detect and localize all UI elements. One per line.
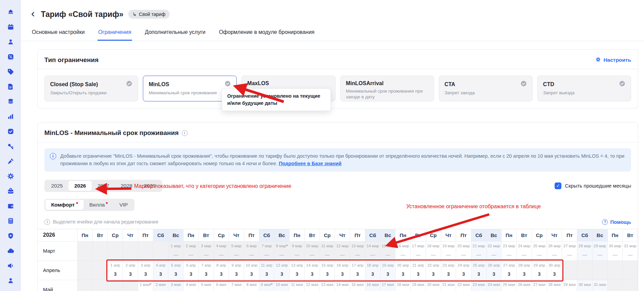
day-cell[interactable]: 19 мая— bbox=[411, 280, 426, 291]
year-tab-2025[interactable]: 2025 bbox=[45, 181, 68, 191]
day-cell[interactable]: 26 апр3 bbox=[487, 261, 502, 280]
day-cell[interactable]: 2 апр3 bbox=[123, 261, 138, 280]
day-cell[interactable]: 27 мар— bbox=[562, 241, 577, 261]
day-cell[interactable]: 31 мая— bbox=[593, 280, 608, 291]
knowledge-base-link[interactable]: Подробнее в Базе знаний bbox=[279, 161, 341, 166]
day-cell[interactable]: 24 мар— bbox=[517, 241, 532, 261]
day-cell[interactable]: 6 мая— bbox=[214, 280, 229, 291]
day-cell[interactable]: 19 мар— bbox=[441, 241, 456, 261]
day-cell[interactable]: 20 мар— bbox=[456, 241, 471, 261]
day-cell[interactable]: 10 мая— bbox=[274, 280, 289, 291]
shield-star-icon[interactable] bbox=[7, 232, 15, 240]
day-cell[interactable]: 26 мар— bbox=[547, 241, 562, 261]
day-cell[interactable]: 8 мая— bbox=[244, 280, 259, 291]
percent-icon[interactable] bbox=[7, 53, 15, 61]
tab-main-settings[interactable]: Основные настройки bbox=[31, 26, 85, 41]
day-cell[interactable]: 14 апр3 bbox=[305, 261, 320, 280]
user-icon[interactable] bbox=[7, 38, 15, 46]
day-cell[interactable]: 15 мая— bbox=[350, 280, 365, 291]
cloud-icon[interactable] bbox=[7, 247, 15, 255]
day-cell[interactable]: 25 мая— bbox=[501, 280, 517, 291]
day-cell[interactable]: 13 апр3 bbox=[289, 261, 305, 280]
day-cell[interactable]: 7 мая— bbox=[229, 280, 244, 291]
day-cell[interactable]: 28 мар— bbox=[577, 241, 593, 261]
broom-icon[interactable] bbox=[7, 157, 15, 165]
day-cell[interactable]: 17 апр3 bbox=[350, 261, 365, 280]
restriction-card-minlosarrival[interactable]: MinLOSArrivalМинимальный срок проживания… bbox=[340, 76, 434, 101]
day-cell[interactable]: 29 мая— bbox=[562, 280, 577, 291]
day-cell[interactable]: 4 мая— bbox=[184, 280, 199, 291]
day-cell[interactable]: 16 мая— bbox=[365, 280, 381, 291]
day-cell[interactable]: 6 апр3 bbox=[184, 261, 199, 280]
day-cell[interactable]: 25 мар— bbox=[532, 241, 547, 261]
day-cell[interactable]: 2 мая— bbox=[153, 280, 169, 291]
day-cell[interactable]: 30 мая— bbox=[577, 280, 593, 291]
profile-icon[interactable] bbox=[7, 277, 15, 285]
day-cell[interactable]: 19 апр3 bbox=[381, 261, 396, 280]
day-cell[interactable]: 12 апр3 bbox=[274, 261, 289, 280]
day-cell[interactable]: 17 мая— bbox=[381, 280, 396, 291]
info-icon[interactable]: i bbox=[182, 130, 188, 136]
day-cell[interactable]: 15 мар— bbox=[381, 241, 396, 261]
day-cell[interactable]: 21 апр3 bbox=[411, 261, 426, 280]
back-button[interactable]: ‹ bbox=[31, 8, 36, 20]
day-cell[interactable]: 13 мар— bbox=[350, 241, 365, 261]
day-cell[interactable]: 30 апр3 bbox=[547, 261, 562, 280]
briefcase-icon[interactable] bbox=[7, 187, 15, 195]
day-cell[interactable]: 20 мая— bbox=[426, 280, 441, 291]
day-cell[interactable]: 9 мая*— bbox=[259, 280, 275, 291]
day-cell[interactable]: 26 мая— bbox=[517, 280, 532, 291]
day-cell[interactable]: 11 апр3 bbox=[259, 261, 275, 280]
restriction-card-cta[interactable]: CTAЗапрет заезда bbox=[439, 76, 533, 101]
day-cell[interactable]: 23 мая— bbox=[471, 280, 487, 291]
day-cell[interactable]: 22 мар— bbox=[487, 241, 502, 261]
tag-icon[interactable] bbox=[7, 68, 15, 76]
day-cell[interactable]: 11 мая— bbox=[289, 280, 305, 291]
help-link[interactable]: ? Помощь bbox=[602, 219, 631, 225]
day-cell[interactable]: 27 мая— bbox=[532, 280, 547, 291]
day-cell[interactable]: 22 апр3 bbox=[426, 261, 441, 280]
day-cell[interactable]: 4 мар— bbox=[214, 241, 229, 261]
day-cell[interactable]: 9 мар— bbox=[289, 241, 305, 261]
restriction-card-closed-stop-sale-[interactable]: Closed (Stop Sale)Закрыть/Открыть продаж… bbox=[44, 76, 138, 101]
day-cell[interactable]: 12 мар— bbox=[335, 241, 350, 261]
day-cell[interactable]: 14 мая— bbox=[335, 280, 350, 291]
calculator-icon[interactable] bbox=[7, 217, 15, 225]
day-cell[interactable]: 24 апр3 bbox=[456, 261, 471, 280]
day-cell[interactable]: 11 мар— bbox=[320, 241, 335, 261]
day-cell[interactable]: 8 апр3 bbox=[214, 261, 229, 280]
category-tab-vip[interactable]: VIP bbox=[113, 200, 133, 210]
checkbox-checked-icon[interactable]: ✓ bbox=[555, 182, 561, 189]
check-square-icon[interactable] bbox=[7, 128, 15, 135]
day-cell[interactable]: 4 апр3 bbox=[153, 261, 169, 280]
day-cell[interactable]: 3 апр3 bbox=[138, 261, 153, 280]
day-cell[interactable]: 18 мая— bbox=[395, 280, 411, 291]
day-cell[interactable]: 29 апр3 bbox=[532, 261, 547, 280]
day-cell[interactable]: 3 мая— bbox=[168, 280, 184, 291]
day-cell[interactable]: 6 мар— bbox=[244, 241, 259, 261]
day-cell[interactable]: 27 апр3 bbox=[501, 261, 517, 280]
day-cell[interactable]: 22 мая— bbox=[456, 280, 471, 291]
day-cell[interactable]: 21 мар— bbox=[471, 241, 487, 261]
day-cell[interactable]: 1 мар— bbox=[168, 241, 184, 261]
day-cell[interactable]: 14 мар— bbox=[365, 241, 381, 261]
day-cell[interactable]: 5 мая— bbox=[199, 280, 214, 291]
bell-icon[interactable] bbox=[7, 8, 15, 16]
day-cell[interactable]: 9 апр3 bbox=[229, 261, 244, 280]
day-cell[interactable]: 28 мая— bbox=[547, 280, 562, 291]
coins-icon[interactable] bbox=[7, 98, 15, 105]
day-cell[interactable]: 5 апр3 bbox=[168, 261, 184, 280]
category-tab-комфорт[interactable]: Комфорт bbox=[45, 200, 84, 210]
day-cell[interactable]: 2 мар— bbox=[184, 241, 199, 261]
day-cell[interactable]: 5 мар— bbox=[229, 241, 244, 261]
day-cell[interactable]: 17 мар— bbox=[411, 241, 426, 261]
category-tab-вилла[interactable]: Вилла bbox=[84, 200, 114, 210]
tab-restrictions[interactable]: Ограничения bbox=[98, 26, 132, 41]
calendar-icon[interactable] bbox=[7, 23, 15, 31]
day-cell[interactable]: 10 мар— bbox=[305, 241, 320, 261]
tab-booking-module[interactable]: Оформление в модуле бронирования bbox=[218, 26, 315, 41]
day-cell[interactable]: 1 мая*— bbox=[138, 280, 153, 291]
configure-link[interactable]: Настроить bbox=[595, 57, 631, 64]
megaphone-icon[interactable] bbox=[7, 262, 15, 270]
key-icon[interactable] bbox=[7, 142, 15, 150]
